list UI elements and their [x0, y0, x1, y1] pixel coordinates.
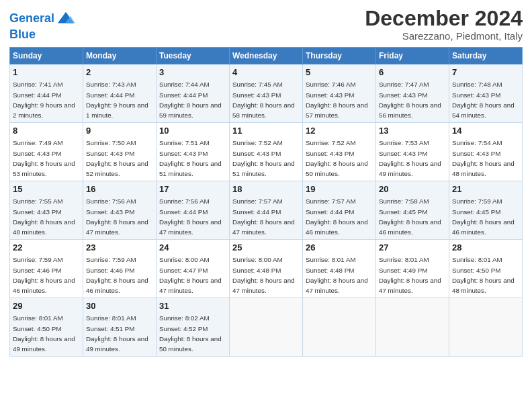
calendar-cell [449, 298, 523, 357]
day-number: 31 [159, 300, 226, 312]
day-info: Sunrise: 8:00 AMSunset: 4:47 PMDaylight:… [159, 256, 222, 294]
calendar-cell: 5 Sunrise: 7:46 AMSunset: 4:43 PMDayligh… [303, 64, 376, 123]
day-number: 18 [232, 183, 300, 195]
day-info: Sunrise: 7:44 AMSunset: 4:44 PMDaylight:… [159, 81, 222, 119]
calendar-week-row: 22 Sunrise: 7:59 AMSunset: 4:46 PMDaylig… [10, 240, 523, 298]
day-number: 30 [86, 300, 153, 312]
calendar-cell: 12 Sunrise: 7:52 AMSunset: 4:43 PMDaylig… [303, 123, 376, 181]
day-info: Sunrise: 7:56 AMSunset: 4:44 PMDaylight:… [159, 197, 222, 236]
day-number: 4 [232, 66, 300, 79]
weekday-header-row: SundayMondayTuesdayWednesdayThursdayFrid… [10, 48, 523, 64]
day-info: Sunrise: 8:01 AMSunset: 4:50 PMDaylight:… [13, 314, 75, 353]
day-info: Sunrise: 7:56 AMSunset: 4:43 PMDaylight:… [86, 197, 148, 236]
day-info: Sunrise: 8:01 AMSunset: 4:50 PMDaylight:… [452, 256, 515, 294]
day-number: 2 [86, 66, 153, 79]
day-number: 11 [232, 125, 300, 137]
calendar-cell: 2 Sunrise: 7:43 AMSunset: 4:44 PMDayligh… [83, 64, 157, 123]
calendar-cell: 29 Sunrise: 8:01 AMSunset: 4:50 PMDaylig… [10, 298, 83, 357]
day-number: 17 [159, 183, 226, 195]
day-number: 22 [13, 242, 80, 254]
day-info: Sunrise: 7:55 AMSunset: 4:43 PMDaylight:… [13, 197, 75, 236]
day-number: 10 [159, 125, 226, 137]
weekday-header-friday: Friday [376, 48, 449, 64]
calendar-cell: 4 Sunrise: 7:45 AMSunset: 4:43 PMDayligh… [230, 64, 303, 123]
calendar-cell: 3 Sunrise: 7:44 AMSunset: 4:44 PMDayligh… [157, 64, 230, 123]
logo-text: General [9, 12, 54, 26]
day-number: 15 [13, 183, 80, 195]
calendar-cell: 27 Sunrise: 8:01 AMSunset: 4:49 PMDaylig… [376, 240, 449, 298]
day-info: Sunrise: 7:52 AMSunset: 4:43 PMDaylight:… [306, 139, 368, 177]
day-info: Sunrise: 7:49 AMSunset: 4:43 PMDaylight:… [13, 139, 75, 177]
month-title: December 2024 [365, 7, 523, 30]
day-number: 9 [86, 125, 153, 137]
day-info: Sunrise: 7:54 AMSunset: 4:43 PMDaylight:… [452, 139, 515, 177]
day-info: Sunrise: 7:53 AMSunset: 4:43 PMDaylight:… [379, 139, 441, 177]
day-info: Sunrise: 7:48 AMSunset: 4:43 PMDaylight:… [452, 81, 515, 119]
day-number: 7 [452, 66, 519, 79]
day-number: 25 [232, 242, 300, 254]
title-area: December 2024 Sarezzano, Piedmont, Italy [365, 7, 523, 42]
calendar-cell: 6 Sunrise: 7:47 AMSunset: 4:43 PMDayligh… [376, 64, 449, 123]
calendar-container: General Blue December 2024 Sarezzano, Pi… [0, 0, 532, 363]
day-number: 26 [306, 242, 373, 254]
day-info: Sunrise: 7:46 AMSunset: 4:43 PMDaylight:… [306, 81, 368, 119]
calendar-cell: 21 Sunrise: 7:59 AMSunset: 4:45 PMDaylig… [449, 181, 523, 240]
calendar-cell: 24 Sunrise: 8:00 AMSunset: 4:47 PMDaylig… [157, 240, 230, 298]
calendar-cell: 18 Sunrise: 7:57 AMSunset: 4:44 PMDaylig… [230, 181, 303, 240]
calendar-cell: 15 Sunrise: 7:55 AMSunset: 4:43 PMDaylig… [10, 181, 83, 240]
calendar-cell: 25 Sunrise: 8:00 AMSunset: 4:48 PMDaylig… [230, 240, 303, 298]
day-number: 23 [86, 242, 153, 254]
day-info: Sunrise: 7:45 AMSunset: 4:43 PMDaylight:… [232, 81, 295, 119]
calendar-cell [303, 298, 376, 357]
day-number: 14 [452, 125, 519, 137]
calendar-cell: 30 Sunrise: 8:01 AMSunset: 4:51 PMDaylig… [83, 298, 157, 357]
calendar-cell: 11 Sunrise: 7:52 AMSunset: 4:43 PMDaylig… [230, 123, 303, 181]
day-number: 12 [306, 125, 373, 137]
day-number: 21 [452, 183, 519, 195]
calendar-cell: 22 Sunrise: 7:59 AMSunset: 4:46 PMDaylig… [10, 240, 83, 298]
calendar-cell: 20 Sunrise: 7:58 AMSunset: 4:45 PMDaylig… [376, 181, 449, 240]
logo: General Blue [9, 9, 75, 42]
day-info: Sunrise: 7:47 AMSunset: 4:43 PMDaylight:… [379, 81, 441, 119]
day-number: 1 [13, 66, 80, 79]
calendar-cell: 28 Sunrise: 8:01 AMSunset: 4:50 PMDaylig… [449, 240, 523, 298]
calendar-cell: 7 Sunrise: 7:48 AMSunset: 4:43 PMDayligh… [449, 64, 523, 123]
calendar-cell: 31 Sunrise: 8:02 AMSunset: 4:52 PMDaylig… [157, 298, 230, 357]
day-number: 20 [379, 183, 446, 195]
weekday-header-saturday: Saturday [449, 48, 523, 64]
day-info: Sunrise: 7:41 AMSunset: 4:44 PMDaylight:… [13, 81, 75, 119]
day-number: 3 [159, 66, 226, 79]
day-number: 29 [13, 300, 80, 312]
calendar-week-row: 15 Sunrise: 7:55 AMSunset: 4:43 PMDaylig… [10, 181, 523, 240]
day-number: 19 [306, 183, 373, 195]
day-number: 24 [159, 242, 226, 254]
day-info: Sunrise: 7:50 AMSunset: 4:43 PMDaylight:… [86, 139, 148, 177]
logo-icon [56, 9, 75, 28]
calendar-cell: 17 Sunrise: 7:56 AMSunset: 4:44 PMDaylig… [157, 181, 230, 240]
day-info: Sunrise: 7:58 AMSunset: 4:45 PMDaylight:… [379, 197, 441, 236]
weekday-header-tuesday: Tuesday [157, 48, 230, 64]
location: Sarezzano, Piedmont, Italy [365, 30, 523, 42]
day-number: 16 [86, 183, 153, 195]
header: General Blue December 2024 Sarezzano, Pi… [9, 7, 523, 42]
day-number: 5 [306, 66, 373, 79]
calendar-cell: 23 Sunrise: 7:59 AMSunset: 4:46 PMDaylig… [83, 240, 157, 298]
calendar-week-row: 29 Sunrise: 8:01 AMSunset: 4:50 PMDaylig… [10, 298, 523, 357]
day-info: Sunrise: 8:02 AMSunset: 4:52 PMDaylight:… [159, 314, 222, 353]
day-info: Sunrise: 7:59 AMSunset: 4:45 PMDaylight:… [452, 197, 515, 236]
calendar-cell [376, 298, 449, 357]
day-info: Sunrise: 7:59 AMSunset: 4:46 PMDaylight:… [86, 256, 148, 294]
day-number: 6 [379, 66, 446, 79]
day-number: 27 [379, 242, 446, 254]
day-number: 13 [379, 125, 446, 137]
calendar-cell: 16 Sunrise: 7:56 AMSunset: 4:43 PMDaylig… [83, 181, 157, 240]
weekday-header-sunday: Sunday [10, 48, 83, 64]
calendar-week-row: 8 Sunrise: 7:49 AMSunset: 4:43 PMDayligh… [10, 123, 523, 181]
weekday-header-thursday: Thursday [303, 48, 376, 64]
calendar-table: SundayMondayTuesdayWednesdayThursdayFrid… [9, 47, 523, 357]
day-info: Sunrise: 7:43 AMSunset: 4:44 PMDaylight:… [86, 81, 148, 119]
logo-text-blue: Blue [9, 28, 75, 42]
day-info: Sunrise: 8:00 AMSunset: 4:48 PMDaylight:… [232, 256, 295, 294]
day-info: Sunrise: 8:01 AMSunset: 4:51 PMDaylight:… [86, 314, 148, 353]
calendar-cell: 10 Sunrise: 7:51 AMSunset: 4:43 PMDaylig… [157, 123, 230, 181]
